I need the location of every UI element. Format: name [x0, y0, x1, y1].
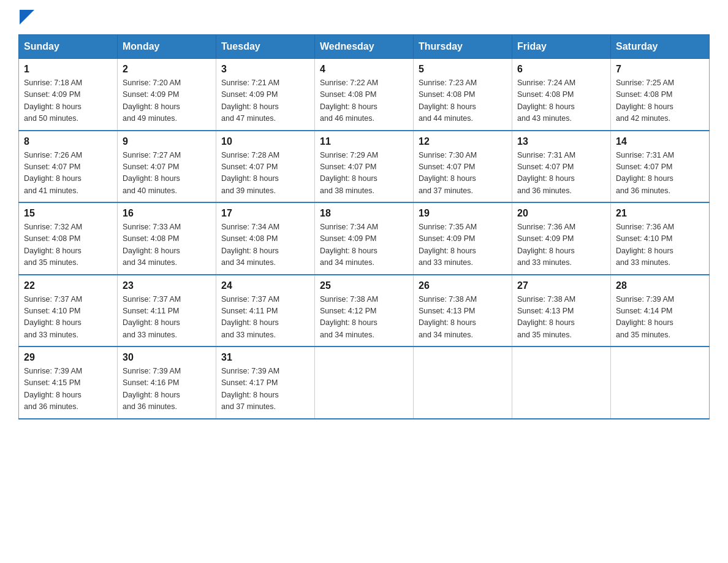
calendar-day-cell: 16 Sunrise: 7:33 AM Sunset: 4:08 PM Dayl… [118, 202, 216, 275]
day-number: 16 [123, 208, 211, 219]
calendar-header: SundayMondayTuesdayWednesdayThursdayFrid… [19, 35, 710, 59]
calendar-day-cell: 29 Sunrise: 7:39 AM Sunset: 4:15 PM Dayl… [19, 347, 118, 419]
day-info: Sunrise: 7:34 AM Sunset: 4:09 PM Dayligh… [320, 221, 408, 269]
day-number: 19 [419, 208, 507, 219]
calendar-day-cell: 27 Sunrise: 7:38 AM Sunset: 4:13 PM Dayl… [512, 275, 611, 347]
calendar-day-cell: 12 Sunrise: 7:30 AM Sunset: 4:07 PM Dayl… [414, 131, 512, 203]
day-info: Sunrise: 7:25 AM Sunset: 4:08 PM Dayligh… [616, 77, 704, 125]
calendar-week-row: 1 Sunrise: 7:18 AM Sunset: 4:09 PM Dayli… [19, 59, 710, 131]
day-info: Sunrise: 7:37 AM Sunset: 4:11 PM Dayligh… [221, 294, 309, 342]
calendar-week-row: 15 Sunrise: 7:32 AM Sunset: 4:08 PM Dayl… [19, 202, 710, 275]
day-number: 12 [419, 136, 507, 147]
day-number: 13 [517, 136, 605, 147]
day-number: 31 [221, 352, 309, 363]
day-info: Sunrise: 7:38 AM Sunset: 4:13 PM Dayligh… [517, 294, 605, 342]
day-number: 9 [123, 136, 211, 147]
calendar-day-cell: 22 Sunrise: 7:37 AM Sunset: 4:10 PM Dayl… [19, 275, 118, 347]
calendar-day-cell: 24 Sunrise: 7:37 AM Sunset: 4:11 PM Dayl… [216, 275, 315, 347]
day-number: 18 [320, 208, 408, 219]
day-info: Sunrise: 7:39 AM Sunset: 4:17 PM Dayligh… [221, 366, 309, 413]
day-number: 29 [24, 352, 112, 363]
calendar-day-cell: 15 Sunrise: 7:32 AM Sunset: 4:08 PM Dayl… [19, 202, 118, 275]
day-info: Sunrise: 7:30 AM Sunset: 4:07 PM Dayligh… [419, 150, 507, 197]
weekday-header-saturday: Saturday [611, 35, 710, 59]
day-info: Sunrise: 7:23 AM Sunset: 4:08 PM Dayligh… [419, 77, 507, 125]
day-info: Sunrise: 7:39 AM Sunset: 4:15 PM Dayligh… [24, 366, 112, 413]
calendar-day-cell: 17 Sunrise: 7:34 AM Sunset: 4:08 PM Dayl… [216, 202, 315, 275]
day-info: Sunrise: 7:36 AM Sunset: 4:10 PM Dayligh… [616, 221, 704, 269]
calendar-day-cell: 2 Sunrise: 7:20 AM Sunset: 4:09 PM Dayli… [118, 59, 216, 131]
logo-triangle-icon [20, 10, 34, 25]
day-number: 27 [517, 280, 605, 291]
day-info: Sunrise: 7:34 AM Sunset: 4:08 PM Dayligh… [221, 221, 309, 269]
weekday-header-monday: Monday [118, 35, 216, 59]
calendar-day-cell: 20 Sunrise: 7:36 AM Sunset: 4:09 PM Dayl… [512, 202, 611, 275]
calendar-day-cell: 26 Sunrise: 7:38 AM Sunset: 4:13 PM Dayl… [414, 275, 512, 347]
page-header [18, 12, 710, 22]
day-info: Sunrise: 7:36 AM Sunset: 4:09 PM Dayligh… [517, 221, 605, 269]
day-info: Sunrise: 7:22 AM Sunset: 4:08 PM Dayligh… [320, 77, 408, 125]
day-number: 7 [616, 64, 704, 75]
day-info: Sunrise: 7:21 AM Sunset: 4:09 PM Dayligh… [221, 77, 309, 125]
calendar-week-row: 22 Sunrise: 7:37 AM Sunset: 4:10 PM Dayl… [19, 275, 710, 347]
day-number: 17 [221, 208, 309, 219]
day-number: 20 [517, 208, 605, 219]
calendar-day-cell [611, 347, 710, 419]
calendar-day-cell: 5 Sunrise: 7:23 AM Sunset: 4:08 PM Dayli… [414, 59, 512, 131]
day-info: Sunrise: 7:31 AM Sunset: 4:07 PM Dayligh… [517, 150, 605, 197]
day-info: Sunrise: 7:29 AM Sunset: 4:07 PM Dayligh… [320, 150, 408, 197]
calendar-day-cell: 21 Sunrise: 7:36 AM Sunset: 4:10 PM Dayl… [611, 202, 710, 275]
day-info: Sunrise: 7:24 AM Sunset: 4:08 PM Dayligh… [517, 77, 605, 125]
calendar-day-cell: 7 Sunrise: 7:25 AM Sunset: 4:08 PM Dayli… [611, 59, 710, 131]
day-info: Sunrise: 7:18 AM Sunset: 4:09 PM Dayligh… [24, 77, 112, 125]
calendar-week-row: 8 Sunrise: 7:26 AM Sunset: 4:07 PM Dayli… [19, 131, 710, 203]
day-number: 1 [24, 64, 112, 75]
calendar-day-cell: 6 Sunrise: 7:24 AM Sunset: 4:08 PM Dayli… [512, 59, 611, 131]
day-number: 5 [419, 64, 507, 75]
weekday-header-wednesday: Wednesday [315, 35, 414, 59]
day-number: 8 [24, 136, 112, 147]
day-info: Sunrise: 7:38 AM Sunset: 4:13 PM Dayligh… [419, 294, 507, 342]
day-info: Sunrise: 7:32 AM Sunset: 4:08 PM Dayligh… [24, 221, 112, 269]
day-info: Sunrise: 7:39 AM Sunset: 4:14 PM Dayligh… [616, 294, 704, 342]
calendar-table: SundayMondayTuesdayWednesdayThursdayFrid… [18, 34, 710, 419]
day-info: Sunrise: 7:26 AM Sunset: 4:07 PM Dayligh… [24, 150, 112, 197]
calendar-day-cell: 23 Sunrise: 7:37 AM Sunset: 4:11 PM Dayl… [118, 275, 216, 347]
calendar-day-cell: 14 Sunrise: 7:31 AM Sunset: 4:07 PM Dayl… [611, 131, 710, 203]
calendar-day-cell: 9 Sunrise: 7:27 AM Sunset: 4:07 PM Dayli… [118, 131, 216, 203]
day-number: 6 [517, 64, 605, 75]
day-number: 15 [24, 208, 112, 219]
weekday-header-sunday: Sunday [19, 35, 118, 59]
day-info: Sunrise: 7:37 AM Sunset: 4:11 PM Dayligh… [123, 294, 211, 342]
day-number: 21 [616, 208, 704, 219]
weekday-header-friday: Friday [512, 35, 611, 59]
day-number: 25 [320, 280, 408, 291]
calendar-week-row: 29 Sunrise: 7:39 AM Sunset: 4:15 PM Dayl… [19, 347, 710, 419]
weekday-header-thursday: Thursday [414, 35, 512, 59]
day-info: Sunrise: 7:33 AM Sunset: 4:08 PM Dayligh… [123, 221, 211, 269]
day-number: 30 [123, 352, 211, 363]
calendar-day-cell: 19 Sunrise: 7:35 AM Sunset: 4:09 PM Dayl… [414, 202, 512, 275]
day-number: 2 [123, 64, 211, 75]
day-number: 26 [419, 280, 507, 291]
calendar-day-cell: 28 Sunrise: 7:39 AM Sunset: 4:14 PM Dayl… [611, 275, 710, 347]
calendar-day-cell: 13 Sunrise: 7:31 AM Sunset: 4:07 PM Dayl… [512, 131, 611, 203]
day-info: Sunrise: 7:31 AM Sunset: 4:07 PM Dayligh… [616, 150, 704, 197]
calendar-day-cell: 30 Sunrise: 7:39 AM Sunset: 4:16 PM Dayl… [118, 347, 216, 419]
calendar-day-cell: 31 Sunrise: 7:39 AM Sunset: 4:17 PM Dayl… [216, 347, 315, 419]
weekday-header-row: SundayMondayTuesdayWednesdayThursdayFrid… [19, 35, 710, 59]
calendar-day-cell [414, 347, 512, 419]
calendar-day-cell: 4 Sunrise: 7:22 AM Sunset: 4:08 PM Dayli… [315, 59, 414, 131]
day-number: 22 [24, 280, 112, 291]
calendar-day-cell: 25 Sunrise: 7:38 AM Sunset: 4:12 PM Dayl… [315, 275, 414, 347]
day-info: Sunrise: 7:35 AM Sunset: 4:09 PM Dayligh… [419, 221, 507, 269]
calendar-day-cell [512, 347, 611, 419]
day-info: Sunrise: 7:27 AM Sunset: 4:07 PM Dayligh… [123, 150, 211, 197]
calendar-day-cell: 3 Sunrise: 7:21 AM Sunset: 4:09 PM Dayli… [216, 59, 315, 131]
day-info: Sunrise: 7:38 AM Sunset: 4:12 PM Dayligh… [320, 294, 408, 342]
logo [18, 12, 34, 22]
day-info: Sunrise: 7:20 AM Sunset: 4:09 PM Dayligh… [123, 77, 211, 125]
day-info: Sunrise: 7:37 AM Sunset: 4:10 PM Dayligh… [24, 294, 112, 342]
day-number: 4 [320, 64, 408, 75]
day-number: 23 [123, 280, 211, 291]
